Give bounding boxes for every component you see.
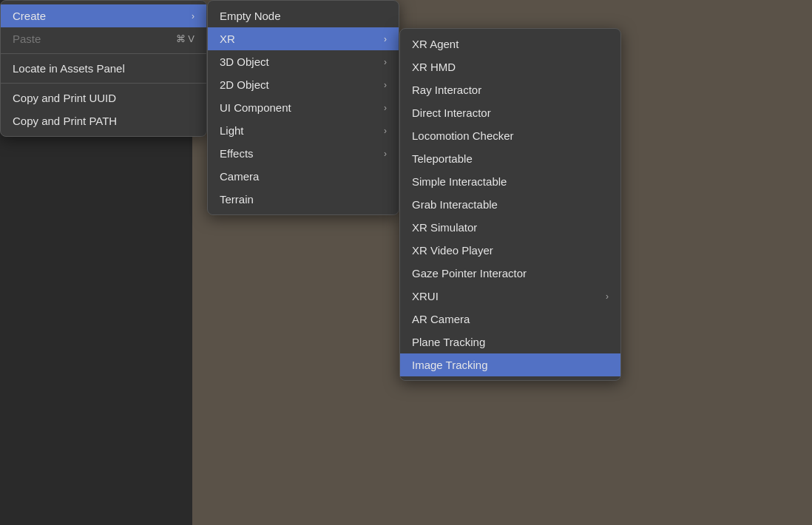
menu-item-ar-camera-label: AR Camera [412, 313, 609, 325]
menu-item-terrain[interactable]: Terrain [208, 188, 399, 211]
menu-item-gaze-pointer-interactor[interactable]: Gaze Pointer Interactor [400, 262, 620, 285]
menu-item-locate-assets[interactable]: Locate in Assets Panel [1, 57, 206, 80]
divider-1 [1, 53, 206, 54]
menu-item-copy-path[interactable]: Copy and Print PATH [1, 109, 206, 132]
menu-item-empty-node[interactable]: Empty Node [208, 4, 399, 27]
menu-item-simple-interactable[interactable]: Simple Interactable [400, 170, 620, 193]
menu-item-empty-node-label: Empty Node [220, 10, 387, 22]
menu-item-xr-agent[interactable]: XR Agent [400, 33, 620, 55]
menu-item-3d-object[interactable]: 3D Object › [208, 50, 399, 73]
menu-item-locate-assets-label: Locate in Assets Panel [13, 62, 194, 75]
3d-arrow-icon: › [384, 57, 387, 67]
effects-arrow-icon: › [384, 149, 387, 159]
divider-2 [1, 83, 206, 84]
menu-item-terrain-label: Terrain [220, 193, 387, 206]
light-arrow-icon: › [384, 126, 387, 136]
menu-item-ui-component[interactable]: UI Component › [208, 96, 399, 119]
menu-item-image-tracking-label: Image Tracking [412, 359, 609, 371]
menu-item-plane-tracking-label: Plane Tracking [412, 336, 609, 348]
menu-item-xrui[interactable]: XRUI › [400, 285, 620, 308]
ui-arrow-icon: › [384, 103, 387, 113]
menu-item-plane-tracking[interactable]: Plane Tracking [400, 331, 620, 353]
xrui-arrow-icon: › [606, 291, 609, 302]
menu-item-paste-label: Paste [13, 33, 154, 45]
menu-item-light[interactable]: Light › [208, 119, 399, 142]
menu-item-direct-interactor[interactable]: Direct Interactor [400, 101, 620, 124]
menu-item-image-tracking[interactable]: Image Tracking [400, 353, 620, 376]
arrow-icon: › [192, 11, 194, 21]
menu-item-paste[interactable]: Paste ⌘ V [1, 27, 206, 50]
menu-item-simple-interactable-label: Simple Interactable [412, 175, 609, 188]
2d-arrow-icon: › [384, 80, 387, 90]
context-menu-level1: Create › Paste ⌘ V Locate in Assets Pane… [0, 0, 207, 137]
menu-item-paste-shortcut: ⌘ V [176, 33, 194, 44]
context-menu-level3: XR Agent XR HMD Ray Interactor Direct In… [399, 28, 621, 381]
menu-item-locomotion-checker-label: Locomotion Checker [412, 129, 609, 142]
menu-item-light-label: Light [220, 124, 376, 137]
menu-item-effects-label: Effects [220, 147, 376, 160]
menu-item-camera-label: Camera [220, 170, 387, 183]
menu-item-ray-interactor-label: Ray Interactor [412, 84, 609, 96]
menu-item-gaze-pointer-interactor-label: Gaze Pointer Interactor [412, 267, 609, 280]
xr-arrow-icon: › [384, 34, 387, 44]
menu-item-xrui-label: XRUI [412, 290, 598, 302]
menu-item-ui-component-label: UI Component [220, 101, 376, 114]
menu-item-ray-interactor[interactable]: Ray Interactor [400, 78, 620, 101]
menu-item-copy-uuid[interactable]: Copy and Print UUID [1, 87, 206, 109]
menu-item-xr-simulator[interactable]: XR Simulator [400, 216, 620, 239]
context-menu-level2: Empty Node XR › 3D Object › 2D Object › … [207, 0, 399, 215]
menu-item-camera[interactable]: Camera [208, 165, 399, 188]
menu-item-3d-object-label: 3D Object [220, 55, 376, 68]
menu-item-xr-simulator-label: XR Simulator [412, 221, 609, 234]
menu-item-teleportable-label: Teleportable [412, 152, 609, 165]
menu-item-2d-object-label: 2D Object [220, 78, 376, 91]
menu-item-2d-object[interactable]: 2D Object › [208, 73, 399, 96]
menu-item-xr-hmd[interactable]: XR HMD [400, 55, 620, 78]
menu-item-locomotion-checker[interactable]: Locomotion Checker [400, 124, 620, 147]
menu-item-xr-video-player[interactable]: XR Video Player [400, 239, 620, 262]
menu-item-xr[interactable]: XR › [208, 27, 399, 50]
menu-item-xr-label: XR [220, 33, 376, 45]
menu-item-ar-camera[interactable]: AR Camera [400, 308, 620, 331]
menu-item-copy-uuid-label: Copy and Print UUID [13, 92, 194, 104]
menu-item-grab-interactable[interactable]: Grab Interactable [400, 193, 620, 216]
menu-item-xr-video-player-label: XR Video Player [412, 244, 609, 257]
menu-item-xr-hmd-label: XR HMD [412, 61, 609, 73]
menu-item-xr-agent-label: XR Agent [412, 38, 609, 50]
menu-item-copy-path-label: Copy and Print PATH [13, 115, 194, 127]
menu-item-effects[interactable]: Effects › [208, 142, 399, 165]
menu-item-create-label: Create [13, 10, 184, 22]
menu-item-direct-interactor-label: Direct Interactor [412, 106, 609, 119]
menu-item-create[interactable]: Create › [1, 4, 206, 27]
menu-item-grab-interactable-label: Grab Interactable [412, 198, 609, 211]
menu-item-teleportable[interactable]: Teleportable [400, 147, 620, 170]
